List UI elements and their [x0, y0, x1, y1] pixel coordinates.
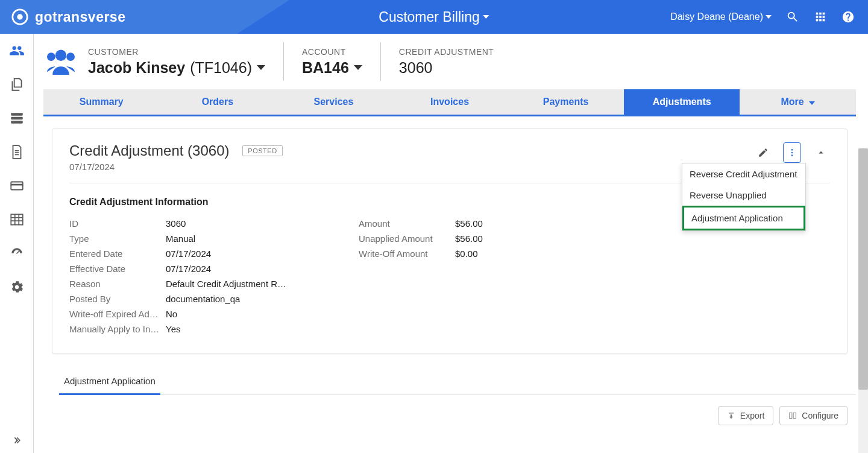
tab-more[interactable]: More: [740, 89, 856, 115]
apps-icon[interactable]: [814, 10, 827, 24]
subtab-adjustment-application[interactable]: Adjustment Application: [59, 369, 160, 395]
help-icon[interactable]: [841, 10, 855, 24]
sidebar-document[interactable]: [0, 135, 33, 169]
tab-summary[interactable]: Summary: [43, 89, 160, 115]
sidebar-settings[interactable]: [0, 270, 33, 304]
sidebar-dashboard[interactable]: [0, 236, 33, 270]
label-posted-by: Posted By: [69, 294, 166, 304]
search-icon[interactable]: [786, 10, 799, 24]
label-type: Type: [69, 233, 166, 244]
sidebar-copy[interactable]: [0, 68, 33, 101]
label-id: ID: [69, 218, 166, 229]
account-selector[interactable]: ACCOUNT BA146: [283, 42, 362, 81]
scrollbar-thumb[interactable]: [858, 148, 868, 390]
label-writeoff-expired: Write-off Expired Ad…: [69, 309, 166, 319]
svg-rect-7: [11, 214, 23, 224]
sidebar: [0, 34, 34, 453]
value-writeoff-amount: $0.00: [455, 249, 478, 259]
account-label: ACCOUNT: [302, 47, 362, 57]
tab-services[interactable]: Services: [275, 89, 392, 115]
value-reason: Default Credit Adjustment R…: [166, 279, 286, 289]
svg-point-9: [47, 52, 55, 61]
label-writeoff-amount: Write-Off Amount: [359, 249, 455, 259]
collapse-button[interactable]: [812, 144, 830, 162]
card-date: 07/17/2024: [69, 162, 283, 172]
value-type: Manual: [166, 233, 195, 244]
download-icon: [727, 411, 735, 420]
tab-payments[interactable]: Payments: [508, 89, 624, 115]
chevron-up-icon: [816, 147, 826, 158]
info-col-right: Amount$56.00 Unapplied Amount$56.00 Writ…: [359, 216, 624, 337]
svg-point-13: [791, 154, 793, 156]
topbar: gotransverse Customer Billing Daisy Dean…: [0, 0, 868, 34]
tabs: Summary Orders Services Invoices Payment…: [43, 89, 856, 116]
app-logo[interactable]: gotransverse: [11, 8, 125, 26]
svg-point-12: [791, 152, 793, 154]
credit-adjustment-id: 3060: [399, 59, 433, 77]
info-col-left: ID3060 TypeManual Entered Date07/17/2024…: [69, 216, 335, 337]
configure-label: Configure: [802, 411, 838, 420]
tab-adjustments[interactable]: Adjustments: [624, 89, 740, 115]
svg-rect-4: [11, 121, 23, 123]
svg-rect-5: [11, 182, 23, 190]
customer-ref: (TF1046): [190, 59, 252, 77]
app-name: gotransverse: [35, 9, 125, 25]
label-entered-date: Entered Date: [69, 249, 166, 259]
columns-icon: [788, 411, 797, 420]
value-effective-date: 07/17/2024: [166, 264, 211, 274]
tab-invoices[interactable]: Invoices: [392, 89, 508, 115]
sidebar-customers[interactable]: [0, 34, 33, 68]
kebab-icon: [787, 147, 797, 159]
caret-down-icon: [809, 101, 815, 105]
caret-down-icon: [483, 15, 489, 19]
svg-rect-15: [793, 413, 796, 418]
label-reason: Reason: [69, 279, 166, 289]
breadcrumb: CUSTOMER Jacob Kinsey (TF1046) ACCOUNT B…: [43, 42, 856, 81]
value-entered-date: 07/17/2024: [166, 249, 211, 259]
caret-down-icon: [354, 65, 362, 70]
customer-label: CUSTOMER: [88, 47, 265, 57]
credit-adjustment-crumb: CREDIT ADJUSTMENT 3060: [380, 42, 494, 81]
pencil-icon: [758, 147, 769, 158]
svg-rect-2: [11, 113, 23, 115]
user-display: Daisy Deane (Deane): [670, 11, 763, 22]
main-content: CUSTOMER Jacob Kinsey (TF1046) ACCOUNT B…: [34, 34, 868, 453]
sidebar-expand[interactable]: [0, 428, 33, 453]
svg-point-10: [66, 52, 75, 61]
value-id: 3060: [166, 218, 186, 229]
menu-reverse-unapplied[interactable]: Reverse Unapplied: [682, 185, 805, 206]
sidebar-servers[interactable]: [0, 101, 33, 135]
export-button[interactable]: Export: [718, 406, 773, 425]
sidebar-table[interactable]: [0, 203, 33, 236]
customer-selector[interactable]: CUSTOMER Jacob Kinsey (TF1046): [43, 47, 265, 77]
svg-rect-14: [790, 413, 792, 418]
menu-reverse-credit-adjustment[interactable]: Reverse Credit Adjustment: [682, 163, 805, 185]
configure-button[interactable]: Configure: [779, 406, 848, 425]
menu-adjustment-application[interactable]: Adjustment Application: [682, 206, 805, 230]
card-title: Credit Adjustment (3060): [69, 142, 229, 159]
export-label: Export: [740, 411, 764, 420]
value-manually-apply: Yes: [166, 324, 180, 334]
caret-down-icon: [766, 15, 772, 19]
module-switcher[interactable]: Customer Billing: [379, 9, 489, 25]
more-actions-menu: Reverse Credit Adjustment Reverse Unappl…: [682, 163, 806, 231]
user-menu[interactable]: Daisy Deane (Deane): [670, 11, 772, 22]
scrollbar[interactable]: [858, 148, 868, 453]
more-actions-button[interactable]: [783, 142, 801, 163]
svg-rect-3: [11, 117, 23, 119]
customers-icon: [43, 47, 78, 77]
module-name: Customer Billing: [379, 9, 479, 25]
account-value: BA146: [302, 59, 349, 77]
value-amount: $56.00: [455, 218, 483, 229]
label-unapplied-amount: Unapplied Amount: [359, 233, 455, 244]
value-writeoff-expired: No: [166, 309, 177, 319]
sidebar-card[interactable]: [0, 169, 33, 203]
edit-button[interactable]: [754, 144, 772, 162]
value-posted-by: documentation_qa: [166, 294, 240, 304]
customer-name: Jacob Kinsey: [88, 59, 185, 77]
logo-icon: [11, 8, 29, 26]
tab-orders[interactable]: Orders: [160, 89, 276, 115]
label-manually-apply: Manually Apply to In…: [69, 324, 166, 334]
svg-point-1: [17, 14, 22, 19]
label-amount: Amount: [359, 218, 455, 229]
